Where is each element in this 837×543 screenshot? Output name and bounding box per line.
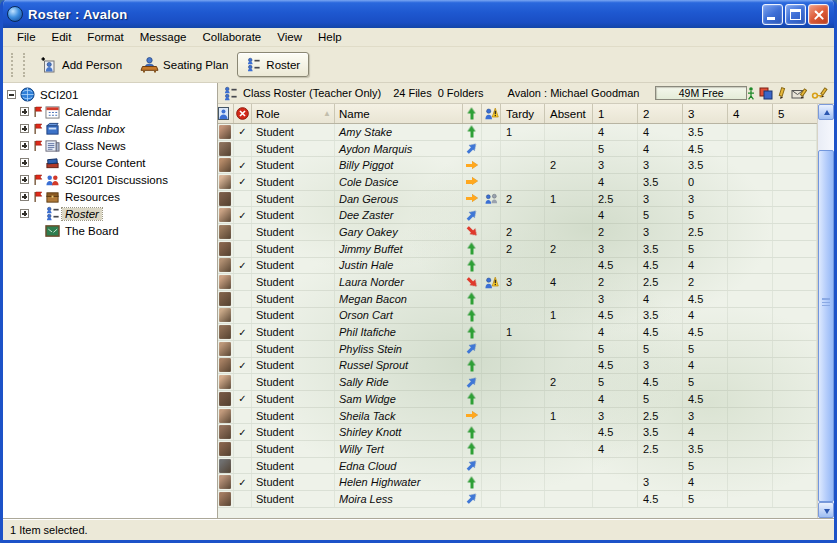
table-row[interactable]: ✓StudentSam Widge454.5 [218, 391, 817, 408]
tree-item-class-news[interactable]: Class News [3, 137, 217, 154]
table-row[interactable]: StudentMegan Bacon344.5 [218, 291, 817, 308]
tree-item-the-board[interactable]: The Board [3, 222, 217, 239]
table-row[interactable]: StudentAydon Marquis544.5 [218, 141, 817, 158]
tree-item-sci201-discussions[interactable]: SCI201 Discussions [3, 171, 217, 188]
column-header-3[interactable]: 3 [683, 104, 728, 123]
check-cell[interactable]: ✓ [234, 258, 252, 274]
tree-item-calendar[interactable]: Calendar [3, 103, 217, 120]
check-cell[interactable] [234, 291, 252, 307]
check-cell[interactable] [234, 241, 252, 257]
column-header-status[interactable] [234, 104, 252, 123]
check-cell[interactable] [234, 274, 252, 290]
table-row[interactable]: ✓StudentCole Dasice43.50 [218, 174, 817, 191]
roster-button[interactable]: Roster [237, 52, 309, 77]
maximize-button[interactable] [785, 4, 806, 25]
grade-cell-5 [773, 174, 817, 190]
check-cell[interactable] [234, 491, 252, 507]
check-cell[interactable] [234, 191, 252, 207]
scroll-down-button[interactable] [818, 502, 834, 518]
check-cell[interactable] [234, 341, 252, 357]
check-cell[interactable] [234, 374, 252, 390]
table-row[interactable]: StudentWilly Tert42.53.5 [218, 441, 817, 458]
table-row[interactable]: StudentMoira Less4.55 [218, 491, 817, 508]
check-cell[interactable] [234, 224, 252, 240]
column-header-alert[interactable] [482, 104, 501, 123]
vertical-scrollbar[interactable] [817, 104, 834, 518]
table-row[interactable]: StudentSheila Tack132.53 [218, 408, 817, 425]
table-row[interactable]: ✓StudentRussel Sprout4.534 [218, 358, 817, 375]
column-header-role[interactable]: Role ▲ [252, 104, 335, 123]
menu-view[interactable]: View [269, 29, 310, 45]
key-edit-icon[interactable] [811, 87, 828, 100]
table-row[interactable]: StudentGary Oakey2232.5 [218, 224, 817, 241]
column-header-1[interactable]: 1 [593, 104, 638, 123]
table-row[interactable]: StudentLaura Norder3422.52 [218, 274, 817, 291]
check-cell[interactable] [234, 441, 252, 457]
check-cell[interactable]: ✓ [234, 424, 252, 440]
table-row[interactable]: StudentDan Gerous212.533 [218, 191, 817, 208]
column-header-2[interactable]: 2 [638, 104, 683, 123]
menu-format[interactable]: Format [79, 29, 131, 45]
expand-icon[interactable] [20, 107, 29, 116]
column-header-4[interactable]: 4 [728, 104, 773, 123]
column-header-name[interactable]: Name [335, 104, 463, 123]
user-online-icon[interactable] [747, 87, 755, 100]
column-header-trend[interactable] [463, 104, 482, 123]
scrollbar-thumb[interactable] [818, 150, 834, 502]
expand-icon[interactable] [20, 192, 29, 201]
column-header-tardy[interactable]: Tardy [501, 104, 545, 123]
menu-message[interactable]: Message [132, 29, 195, 45]
column-header-absent[interactable]: Absent [545, 104, 593, 123]
table-row[interactable]: ✓StudentJustin Hale4.54.54 [218, 258, 817, 275]
mail-edit-icon[interactable] [791, 87, 807, 100]
check-cell[interactable] [234, 141, 252, 157]
tree-item-roster[interactable]: Roster [3, 205, 217, 222]
table-row[interactable]: StudentPhyliss Stein555 [218, 341, 817, 358]
expand-icon[interactable] [20, 209, 29, 218]
table-row[interactable]: StudentJimmy Buffet2233.55 [218, 241, 817, 258]
table-row[interactable]: ✓StudentPhil Itafiche144.54.5 [218, 324, 817, 341]
table-row[interactable]: ✓StudentShirley Knott4.53.54 [218, 424, 817, 441]
seating-plan-button[interactable]: Seating Plan [131, 51, 237, 78]
tree-item-resources[interactable]: Resources [3, 188, 217, 205]
check-cell[interactable] [234, 308, 252, 324]
menu-help[interactable]: Help [310, 29, 350, 45]
minimize-button[interactable] [762, 4, 783, 25]
expand-icon[interactable] [20, 158, 29, 167]
pencil-icon[interactable] [777, 87, 787, 100]
collapse-icon[interactable] [7, 90, 16, 99]
scrollbar-track[interactable] [818, 120, 834, 502]
add-person-button[interactable]: Add Person [31, 51, 131, 78]
table-row[interactable]: ✓StudentAmy Stake1443.5 [218, 124, 817, 141]
menu-edit[interactable]: Edit [44, 29, 80, 45]
expand-icon[interactable] [20, 141, 29, 150]
scroll-up-button[interactable] [818, 104, 834, 120]
menu-file[interactable]: File [9, 29, 44, 45]
expand-icon[interactable] [20, 124, 29, 133]
table-row[interactable]: StudentOrson Cart14.53.54 [218, 308, 817, 325]
check-cell[interactable] [234, 458, 252, 474]
check-cell[interactable]: ✓ [234, 157, 252, 173]
close-button[interactable] [808, 4, 829, 25]
check-cell[interactable]: ✓ [234, 391, 252, 407]
layers-icon[interactable] [759, 87, 773, 100]
tree-item-sci201[interactable]: SCI201 [3, 86, 217, 103]
check-cell[interactable]: ✓ [234, 474, 252, 490]
column-header-5[interactable]: 5 [773, 104, 818, 123]
menu-collaborate[interactable]: Collaborate [194, 29, 269, 45]
table-row[interactable]: ✓StudentDee Zaster455 [218, 207, 817, 224]
table-row[interactable]: StudentEdna Cloud5 [218, 458, 817, 475]
table-row[interactable]: ✓StudentHelen Highwater34 [218, 474, 817, 491]
expand-icon[interactable] [20, 175, 29, 184]
tree-item-class-inbox[interactable]: Class Inbox [3, 120, 217, 137]
tree-item-course-content[interactable]: Course Content [3, 154, 217, 171]
column-header-photo[interactable] [218, 104, 234, 123]
check-cell[interactable]: ✓ [234, 207, 252, 223]
check-cell[interactable]: ✓ [234, 174, 252, 190]
check-cell[interactable] [234, 408, 252, 424]
check-cell[interactable]: ✓ [234, 358, 252, 374]
table-row[interactable]: StudentSally Ride254.55 [218, 374, 817, 391]
table-row[interactable]: ✓StudentBilly Piggot2333.5 [218, 157, 817, 174]
check-cell[interactable]: ✓ [234, 324, 252, 340]
check-cell[interactable]: ✓ [234, 124, 252, 140]
